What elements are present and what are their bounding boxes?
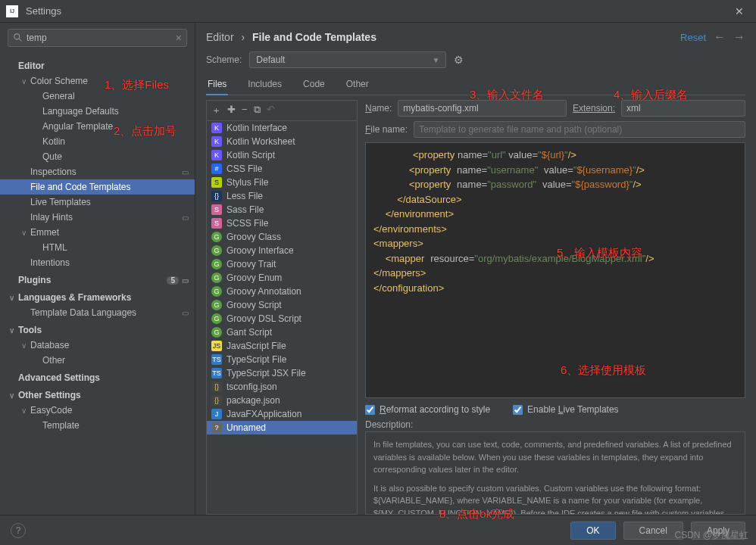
forward-icon[interactable]: →	[733, 30, 745, 44]
tab-code[interactable]: Code	[301, 76, 326, 95]
template-list-item[interactable]: {}Less File	[207, 189, 357, 203]
undo-icon[interactable]: ↶	[267, 104, 275, 117]
sidebar-item[interactable]: Inspections▭	[0, 164, 195, 179]
name-input[interactable]	[398, 100, 567, 117]
filename-input[interactable]	[414, 121, 745, 138]
breadcrumb: Editor › File and Code Templates	[206, 31, 376, 43]
file-type-icon: TS	[211, 354, 222, 365]
sidebar-item[interactable]: Template	[0, 418, 195, 433]
search-input[interactable]	[27, 33, 176, 43]
template-list-item[interactable]: #CSS File	[207, 162, 357, 176]
copy-icon[interactable]: ⧉	[254, 104, 261, 117]
sidebar-item[interactable]: Template Data Languages▭	[0, 305, 195, 320]
template-list-item[interactable]: TSTypeScript JSX File	[207, 366, 357, 380]
file-type-icon: {}	[211, 382, 222, 392]
template-list-item[interactable]: KKotlin Worksheet	[207, 135, 357, 148]
settings-tree[interactable]: Editor∨Color SchemeGeneralLanguage Defau…	[0, 53, 195, 515]
template-list-item[interactable]: {}package.json	[207, 394, 357, 407]
reset-link[interactable]: Reset	[680, 32, 706, 43]
svg-line-1	[19, 39, 22, 42]
sidebar-item[interactable]: Editor	[0, 56, 195, 73]
file-type-icon: G	[211, 245, 222, 256]
description-text: In file templates, you can use text, cod…	[365, 431, 745, 515]
template-list-item[interactable]: {}tsconfig.json	[207, 380, 357, 394]
close-icon[interactable]: ✕	[729, 5, 750, 17]
name-label: Name:	[365, 103, 392, 114]
file-type-icon: TS	[211, 368, 222, 378]
template-list-item[interactable]: GGant Script	[207, 325, 357, 339]
template-list-item[interactable]: GGroovy Annotation	[207, 285, 357, 298]
template-list-item[interactable]: JJavaFXApplication	[207, 407, 357, 421]
template-list-item[interactable]: SSass File	[207, 203, 357, 216]
add-from-icon[interactable]: ✚	[227, 104, 236, 117]
template-list-item[interactable]: GGroovy Trait	[207, 257, 357, 271]
file-type-icon: {}	[211, 191, 222, 201]
window-title: Settings	[26, 5, 729, 17]
template-list-item[interactable]: TSTypeScript File	[207, 353, 357, 366]
file-type-icon: G	[211, 259, 222, 269]
template-list-item[interactable]: GGroovy Interface	[207, 244, 357, 257]
template-list-item[interactable]: JSJavaScript File	[207, 339, 357, 353]
tab-files[interactable]: Files	[206, 76, 228, 95]
sidebar-item[interactable]: General	[0, 89, 195, 104]
template-code-editor[interactable]: <property name="url" value="${url}"/> <p…	[365, 142, 745, 398]
sidebar-item[interactable]: Language Defaults	[0, 104, 195, 119]
clear-search-icon[interactable]: ×	[176, 32, 182, 44]
gear-icon[interactable]: ⚙	[454, 54, 464, 66]
sidebar-item[interactable]: Kotlin	[0, 134, 195, 149]
sidebar-item[interactable]: Qute	[0, 149, 195, 164]
sidebar-item[interactable]: Inlay Hints▭	[0, 210, 195, 225]
file-type-icon: G	[211, 272, 222, 283]
sidebar-item[interactable]: File and Code Templates	[0, 179, 195, 195]
reformat-checkbox[interactable]: Reformat according to style	[365, 404, 490, 415]
template-list-item[interactable]: KKotlin Script	[207, 148, 357, 162]
file-type-icon: {}	[211, 395, 222, 406]
tab-includes[interactable]: Includes	[246, 76, 283, 95]
sidebar-item[interactable]: Advanced Settings	[0, 368, 195, 385]
ok-button[interactable]: OK	[570, 522, 615, 540]
template-list-item[interactable]: GGroovy Enum	[207, 271, 357, 285]
file-type-icon: J	[211, 409, 222, 419]
enable-live-templates-checkbox[interactable]: Enable Live Templates	[513, 404, 619, 415]
search-box[interactable]: ×	[8, 29, 187, 47]
file-type-icon: #	[211, 164, 222, 174]
sidebar-item[interactable]: Intentions	[0, 255, 195, 270]
sidebar-item[interactable]: ∨Emmet	[0, 225, 195, 240]
file-type-icon: S	[211, 177, 222, 188]
template-list-item[interactable]: GGroovy Script	[207, 298, 357, 312]
file-type-icon: G	[211, 327, 222, 338]
template-list-item[interactable]: GGroovy DSL Script	[207, 312, 357, 325]
help-icon[interactable]: ?	[11, 523, 26, 538]
chevron-down-icon: ▼	[432, 56, 439, 64]
sidebar-item[interactable]: ∨EasyCode	[0, 403, 195, 418]
template-list-item[interactable]: GGroovy Class	[207, 230, 357, 244]
svg-point-0	[14, 34, 20, 39]
sidebar-item[interactable]: HTML	[0, 240, 195, 255]
sidebar-item[interactable]: ∨Other Settings	[0, 385, 195, 403]
template-list-item[interactable]: SSCSS File	[207, 216, 357, 230]
watermark: CSDN @梦魇星虹	[674, 529, 748, 542]
back-icon[interactable]: ←	[714, 30, 726, 44]
tab-other[interactable]: Other	[345, 76, 370, 95]
sidebar-item[interactable]: ∨Languages & Frameworks	[0, 288, 195, 305]
sidebar-item[interactable]: Angular Template	[0, 119, 195, 134]
template-list-item[interactable]: KKotlin Interface	[207, 121, 357, 135]
template-file-list[interactable]: KKotlin InterfaceKKotlin WorksheetKKotli…	[207, 121, 357, 514]
template-list-item[interactable]: ?Unnamed	[207, 421, 357, 434]
sidebar-item[interactable]: ∨Database	[0, 338, 195, 353]
sidebar-item[interactable]: Live Templates	[0, 195, 195, 210]
file-type-icon: ?	[211, 422, 222, 433]
file-type-icon: S	[211, 218, 222, 229]
scheme-label: Scheme:	[206, 54, 242, 65]
template-list-item[interactable]: SStylus File	[207, 176, 357, 189]
scheme-select[interactable]: Default ▼	[249, 51, 446, 68]
file-type-icon: G	[211, 300, 222, 310]
sidebar-item[interactable]: ∨Tools	[0, 320, 195, 338]
sidebar-item[interactable]: ∨Color Scheme	[0, 73, 195, 89]
extension-input[interactable]	[621, 100, 745, 117]
filename-label: File name:	[365, 124, 408, 135]
remove-icon[interactable]: −	[242, 104, 248, 117]
sidebar-item[interactable]: Other	[0, 353, 195, 368]
sidebar-item[interactable]: Plugins5▭	[0, 270, 195, 288]
add-icon[interactable]: ＋	[211, 104, 221, 117]
